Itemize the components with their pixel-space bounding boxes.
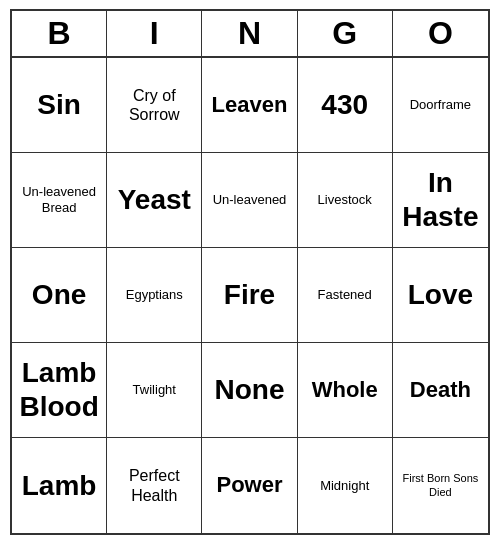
bingo-cell: Un-leavened Bread xyxy=(12,153,107,248)
cell-text: Midnight xyxy=(320,478,369,494)
cell-text: Livestock xyxy=(318,192,372,208)
cell-text: Perfect Health xyxy=(111,466,197,504)
bingo-cell: Yeast xyxy=(107,153,202,248)
cell-text: None xyxy=(214,373,284,407)
bingo-header: BINGO xyxy=(12,11,488,58)
cell-text: Whole xyxy=(312,377,378,403)
cell-text: Yeast xyxy=(118,183,191,217)
bingo-cell: One xyxy=(12,248,107,343)
cell-text: Lamb Blood xyxy=(16,356,102,423)
cell-text: Fire xyxy=(224,278,275,312)
cell-text: 430 xyxy=(321,88,368,122)
bingo-cell: Fastened xyxy=(298,248,393,343)
cell-text: Death xyxy=(410,377,471,403)
bingo-cell: Fire xyxy=(202,248,297,343)
bingo-cell: Doorframe xyxy=(393,58,488,153)
bingo-grid: SinCry of SorrowLeaven430DoorframeUn-lea… xyxy=(12,58,488,533)
header-letter: G xyxy=(298,11,393,56)
bingo-cell: Love xyxy=(393,248,488,343)
bingo-cell: Un-leavened xyxy=(202,153,297,248)
cell-text: Power xyxy=(216,472,282,498)
cell-text: Love xyxy=(408,278,473,312)
header-letter: B xyxy=(12,11,107,56)
header-letter: I xyxy=(107,11,202,56)
cell-text: Twilight xyxy=(133,382,176,398)
cell-text: Un-leavened Bread xyxy=(16,184,102,215)
bingo-cell: 430 xyxy=(298,58,393,153)
cell-text: Doorframe xyxy=(410,97,471,113)
bingo-cell: Twilight xyxy=(107,343,202,438)
bingo-cell: Livestock xyxy=(298,153,393,248)
bingo-cell: Egyptians xyxy=(107,248,202,343)
bingo-cell: Midnight xyxy=(298,438,393,533)
cell-text: Un-leavened xyxy=(213,192,287,208)
cell-text: Egyptians xyxy=(126,287,183,303)
header-letter: N xyxy=(202,11,297,56)
header-letter: O xyxy=(393,11,488,56)
bingo-cell: Lamb Blood xyxy=(12,343,107,438)
cell-text: Leaven xyxy=(212,92,288,118)
bingo-cell: Perfect Health xyxy=(107,438,202,533)
bingo-cell: Sin xyxy=(12,58,107,153)
bingo-cell: First Born Sons Died xyxy=(393,438,488,533)
cell-text: Fastened xyxy=(318,287,372,303)
cell-text: One xyxy=(32,278,86,312)
cell-text: Sin xyxy=(37,88,81,122)
cell-text: First Born Sons Died xyxy=(397,472,484,498)
bingo-cell: Power xyxy=(202,438,297,533)
cell-text: In Haste xyxy=(397,166,484,233)
bingo-cell: Leaven xyxy=(202,58,297,153)
cell-text: Lamb xyxy=(22,469,97,503)
bingo-cell: None xyxy=(202,343,297,438)
bingo-card: BINGO SinCry of SorrowLeaven430Doorframe… xyxy=(10,9,490,535)
bingo-cell: Whole xyxy=(298,343,393,438)
cell-text: Cry of Sorrow xyxy=(111,86,197,124)
bingo-cell: In Haste xyxy=(393,153,488,248)
bingo-cell: Death xyxy=(393,343,488,438)
bingo-cell: Lamb xyxy=(12,438,107,533)
bingo-cell: Cry of Sorrow xyxy=(107,58,202,153)
